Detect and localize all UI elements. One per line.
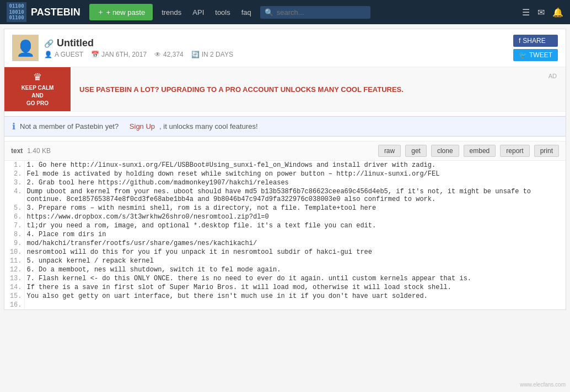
- code-size: 1.40 KB: [27, 147, 374, 155]
- notice-text-before: Not a member of Pastebin yet?: [20, 122, 119, 130]
- new-paste-button[interactable]: ＋ + new paste: [89, 4, 153, 20]
- paste-expiry-area: 🔄 IN 2 DAYS: [191, 51, 233, 58]
- plus-icon: ＋: [97, 7, 104, 17]
- line-number: 7.: [4, 221, 24, 230]
- line-number: 14.: [4, 283, 24, 292]
- bell-icon[interactable]: 🔔: [552, 7, 563, 18]
- line-content: Dump uboot and kernel from your nes. ubo…: [24, 187, 566, 204]
- facebook-icon: f: [519, 37, 520, 45]
- line-number: 12.: [4, 265, 24, 274]
- avatar: 👤: [12, 35, 39, 61]
- promo-message: USE PASTEBIN A LOT? UPGRADING TO A PRO A…: [79, 85, 531, 94]
- facebook-share-button[interactable]: f SHARE: [513, 35, 558, 47]
- line-number: 5.: [4, 204, 24, 213]
- line-content: 6. Do a memboot, nes will shutdown, swit…: [24, 265, 566, 274]
- table-row: 12.6. Do a memboot, nes will shutdown, s…: [4, 265, 566, 274]
- navbar: 011001001001100 PASTEBIN ＋ + new paste t…: [0, 0, 570, 24]
- line-content: 7. Flash kernel <- do this ONLY ONCE. th…: [24, 274, 566, 283]
- nav-link-tools[interactable]: tools: [215, 8, 230, 17]
- print-button[interactable]: print: [534, 145, 559, 157]
- line-number: 3.: [4, 178, 24, 187]
- paste-date: JAN 6TH, 2017: [101, 51, 147, 58]
- line-number: 13.: [4, 274, 24, 283]
- logo-text: PASTEBIN: [31, 7, 80, 18]
- table-row: 13.7. Flash kernel <- do this ONLY ONCE.…: [4, 274, 566, 283]
- promo-content: USE PASTEBIN A LOT? UPGRADING TO A PRO A…: [71, 80, 540, 99]
- new-paste-label: + new paste: [106, 8, 145, 17]
- table-row: 16.: [4, 301, 566, 309]
- logo-icon: 011001001001100: [7, 2, 26, 22]
- promo-banner: ♛ KEEP CALM AND GO PRO USE PASTEBIN A LO…: [4, 67, 566, 112]
- code-section: text 1.40 KB raw get clone embed report …: [4, 141, 566, 309]
- paste-info: 🔗 Untitled 👤 A GUEST 📅 JAN 6TH, 2017 👁 4…: [44, 37, 233, 58]
- line-number: 2.: [4, 170, 24, 178]
- table-row: 4.Dump uboot and kernel from your nes. u…: [4, 187, 566, 204]
- report-button[interactable]: report: [500, 145, 529, 157]
- person-icon: 👤: [44, 51, 52, 58]
- line-number: 9.: [4, 239, 24, 248]
- raw-button[interactable]: raw: [378, 145, 401, 157]
- paste-meta: 👤 A GUEST 📅 JAN 6TH, 2017 👁 42,374 🔄 IN …: [44, 51, 233, 58]
- clone-button[interactable]: clone: [431, 145, 459, 157]
- table-row: 9.mod/hakchi/transfer/rootfs/usr/share/g…: [4, 239, 566, 248]
- paste-views-area: 👁 42,374: [154, 51, 184, 58]
- mail-icon[interactable]: ✉: [537, 7, 545, 18]
- nav-link-faq[interactable]: faq: [241, 8, 251, 17]
- logo[interactable]: 011001001001100 PASTEBIN: [7, 2, 80, 22]
- ad-label: AD: [540, 67, 566, 85]
- paste-author: A GUEST: [55, 51, 83, 58]
- table-row: 15.You also get getty on uart interface,…: [4, 292, 566, 301]
- code-type: text: [11, 147, 23, 155]
- table-row: 5.3. Prepare roms – with nesmini shell, …: [4, 204, 566, 213]
- table-row: 1.1. Go here http://linux-sunxi.org/FEL/…: [4, 161, 566, 170]
- eye-icon: 👁: [154, 51, 161, 58]
- line-content: 4. Place rom dirs in: [24, 230, 566, 239]
- paste-title-text: Untitled: [57, 37, 94, 49]
- line-number: 6.: [4, 213, 24, 221]
- link-icon: 🔗: [44, 39, 53, 48]
- line-content: [24, 301, 566, 309]
- line-content: Fel mode is activated by holding down re…: [24, 170, 566, 178]
- list-icon[interactable]: ☰: [522, 7, 530, 18]
- nav-link-api[interactable]: API: [192, 8, 204, 17]
- line-content: If there is a save in first slot of Supe…: [24, 283, 566, 292]
- paste-views: 42,374: [163, 51, 184, 58]
- notice-text-after: , it unlocks many cool features!: [159, 122, 257, 130]
- main-content: 👤 🔗 Untitled 👤 A GUEST 📅 JAN 6TH, 2017: [4, 29, 566, 310]
- promo-image[interactable]: ♛ KEEP CALM AND GO PRO: [4, 67, 71, 111]
- line-content: mod/hakchi/transfer/rootfs/usr/share/gam…: [24, 239, 566, 248]
- paste-date-area: 📅 JAN 6TH, 2017: [91, 51, 147, 58]
- line-number: 4.: [4, 187, 24, 204]
- share-label: SHARE: [523, 37, 545, 45]
- get-button[interactable]: get: [405, 145, 427, 157]
- table-row: 10.nesromtool will do this for you if yo…: [4, 248, 566, 257]
- line-number: 1.: [4, 161, 24, 170]
- tweet-label: TWEET: [529, 51, 552, 59]
- line-number: 10.: [4, 248, 24, 257]
- line-number: 11.: [4, 257, 24, 265]
- search-input[interactable]: [277, 8, 366, 17]
- table-row: 11.5. unpack kernel / repack kernel: [4, 257, 566, 265]
- line-content: 3. Prepare roms – with nesmini shell, ro…: [24, 204, 566, 213]
- twitter-icon: 🐦: [519, 51, 527, 59]
- line-content: You also get getty on uart interface, bu…: [24, 292, 566, 301]
- twitter-share-button[interactable]: 🐦 TWEET: [513, 49, 558, 61]
- search-area[interactable]: 🔍: [260, 6, 370, 19]
- table-row: 8.4. Place rom dirs in: [4, 230, 566, 239]
- table-row: 2.Fel mode is activated by holding down …: [4, 170, 566, 178]
- line-number: 8.: [4, 230, 24, 239]
- search-icon: 🔍: [265, 8, 273, 17]
- table-row: 7.tl;dr you need a rom, image, and optio…: [4, 221, 566, 230]
- info-icon: ℹ: [12, 121, 15, 132]
- embed-button[interactable]: embed: [464, 145, 496, 157]
- table-row: 3.2. Grab tool here https://github.com/m…: [4, 178, 566, 187]
- paste-header-left: 👤 🔗 Untitled 👤 A GUEST 📅 JAN 6TH, 2017: [12, 35, 233, 61]
- code-table: 1.1. Go here http://linux-sunxi.org/FEL/…: [4, 161, 566, 309]
- line-content: 2. Grab tool here https://github.com/mad…: [24, 178, 566, 187]
- notice-bar: ℹ Not a member of Pastebin yet? Sign Up,…: [4, 116, 566, 137]
- line-content: nesromtool will do this for you if you u…: [24, 248, 566, 257]
- signup-link[interactable]: Sign Up: [130, 122, 155, 130]
- line-content: https://www.dropbox.com/s/3t3wrkhw26shro…: [24, 213, 566, 221]
- nav-link-trends[interactable]: trends: [162, 8, 181, 17]
- calendar-icon: 📅: [91, 51, 99, 58]
